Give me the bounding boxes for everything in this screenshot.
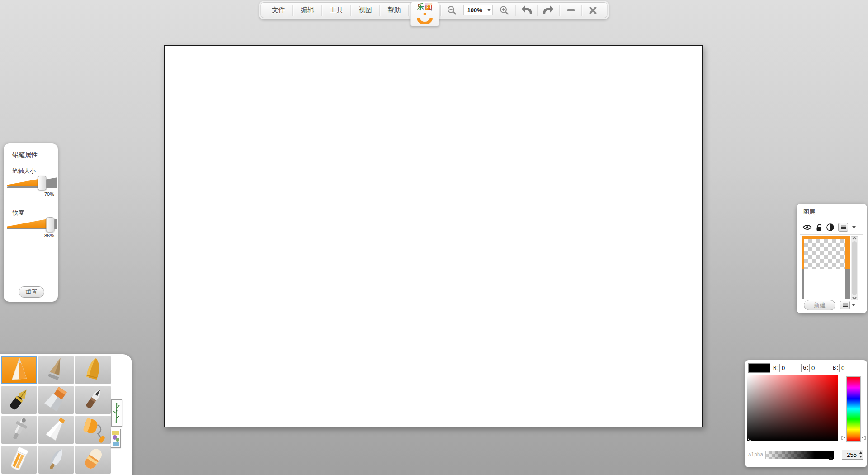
- tool-palette-knife[interactable]: [38, 446, 74, 474]
- tool-airbrush[interactable]: [1, 416, 37, 444]
- paste-stick-icon: [1, 446, 37, 474]
- layers-scrollbar[interactable]: [851, 236, 858, 300]
- scrollbar-thumb[interactable]: [852, 241, 857, 295]
- slider-handle[interactable]: [46, 217, 55, 232]
- redo-button[interactable]: [538, 3, 559, 18]
- contrast-icon[interactable]: [826, 223, 834, 231]
- red-label: R:: [773, 365, 779, 371]
- toolbar-separator: [322, 5, 322, 16]
- spinner-up-icon[interactable]: [859, 451, 862, 454]
- tool-palette-panel: [0, 354, 132, 475]
- ink-brush-icon: [75, 386, 111, 414]
- chevron-down-icon: [487, 9, 491, 11]
- alpha-marker-icon[interactable]: [829, 456, 833, 460]
- fountain-pen-icon: [1, 386, 37, 414]
- chevron-down-icon[interactable]: [852, 304, 855, 306]
- green-value-field[interactable]: [809, 364, 831, 372]
- main-toolbar: 文件 编辑 工具 视图 帮助 乐画: [259, 1, 609, 19]
- hue-slider[interactable]: [846, 376, 861, 442]
- preview-thumbnail-bamboo[interactable]: [111, 399, 122, 427]
- alpha-spinner: [842, 450, 863, 460]
- alpha-value-field[interactable]: [842, 450, 858, 459]
- tool-ink-brush[interactable]: [75, 386, 111, 414]
- toolbar-separator: [441, 5, 441, 16]
- undo-icon: [521, 5, 533, 15]
- unlock-icon[interactable]: [816, 224, 822, 231]
- minimize-button[interactable]: [561, 3, 581, 18]
- toolbar-separator: [560, 5, 560, 16]
- spinner-down-icon[interactable]: [859, 456, 862, 458]
- toolbar-separator: [380, 5, 380, 16]
- layer-menu-icon: [841, 225, 846, 229]
- paint-roller-icon: [75, 416, 111, 444]
- zoom-in-icon: [500, 5, 509, 15]
- tool-grid: [1, 356, 111, 474]
- pencil-icon: [1, 356, 37, 384]
- minimize-icon: [567, 10, 575, 11]
- flower-sketch-icon: [111, 429, 120, 447]
- softness-slider[interactable]: [7, 218, 57, 231]
- logo-smile-icon: [417, 18, 433, 24]
- alpha-label: Alpha: [748, 452, 763, 457]
- menu-tools[interactable]: 工具: [323, 3, 350, 18]
- panel-handle[interactable]: [790, 220, 802, 245]
- layer-item-2[interactable]: [802, 269, 850, 299]
- tool-flat-brush[interactable]: [38, 386, 74, 414]
- menu-edit[interactable]: 编辑: [294, 3, 321, 18]
- preview-thumbnail-flower[interactable]: [111, 429, 121, 448]
- menu-file[interactable]: 文件: [265, 3, 292, 18]
- toolbar-separator: [409, 5, 409, 16]
- close-button[interactable]: [583, 3, 604, 18]
- current-color-swatch: [748, 363, 770, 373]
- flat-brush-icon: [38, 386, 74, 414]
- zoom-level-select[interactable]: 100%: [464, 5, 493, 15]
- toolbar-separator: [582, 5, 582, 16]
- visibility-eye-icon[interactable]: [802, 224, 812, 231]
- paint-tube-icon: [38, 416, 74, 444]
- green-label: G:: [803, 365, 809, 371]
- reset-button[interactable]: 重置: [19, 286, 44, 298]
- layer-options-button[interactable]: [840, 301, 850, 309]
- brush-size-label: 笔触大小: [12, 167, 36, 175]
- tool-fountain-pen[interactable]: [1, 386, 37, 414]
- drawing-canvas[interactable]: [164, 45, 703, 428]
- brush-size-slider[interactable]: [7, 176, 57, 190]
- undo-button[interactable]: [516, 3, 537, 18]
- slider-handle[interactable]: [38, 176, 47, 190]
- layer-item-1[interactable]: [802, 236, 850, 269]
- blue-value-field[interactable]: [839, 364, 864, 372]
- app-logo-text: 乐画: [411, 2, 439, 12]
- zoom-out-button[interactable]: [442, 3, 462, 18]
- red-value-field[interactable]: [779, 364, 802, 372]
- panel-handle[interactable]: [118, 363, 130, 389]
- tool-crayon[interactable]: [75, 356, 111, 384]
- hue-marker-left-icon[interactable]: [841, 435, 845, 441]
- slider-fill: [7, 219, 50, 228]
- tool-paste-stick[interactable]: [1, 446, 37, 474]
- redo-icon: [543, 5, 555, 15]
- tool-charcoal-pencil[interactable]: [38, 356, 74, 384]
- tool-paint-roller[interactable]: [75, 416, 111, 444]
- chevron-down-icon[interactable]: [852, 226, 856, 228]
- zoom-in-button[interactable]: [494, 3, 515, 18]
- scroll-down-icon[interactable]: [852, 296, 857, 300]
- layers-footer-menu: [840, 301, 855, 309]
- slider-fill: [7, 177, 42, 186]
- menu-help[interactable]: 帮助: [381, 3, 408, 18]
- alpha-slider[interactable]: [765, 451, 834, 459]
- color-cursor[interactable]: [748, 436, 753, 441]
- blue-label: B:: [833, 365, 839, 371]
- tool-eraser[interactable]: [75, 446, 111, 474]
- panel-title: 铅笔属性: [12, 151, 38, 159]
- new-layer-button[interactable]: 新建: [804, 300, 835, 310]
- zoom-level-value: 100%: [466, 7, 487, 14]
- palette-knife-icon: [38, 446, 74, 474]
- tool-pencil[interactable]: [1, 356, 37, 384]
- softness-label: 软度: [12, 209, 24, 217]
- scroll-up-icon[interactable]: [852, 237, 857, 240]
- tool-paint-tube[interactable]: [38, 416, 74, 444]
- layer-menu-button[interactable]: [838, 223, 848, 232]
- menu-view[interactable]: 视图: [352, 3, 379, 18]
- hue-marker-right-icon[interactable]: [862, 435, 866, 441]
- saturation-value-gradient[interactable]: [747, 375, 838, 441]
